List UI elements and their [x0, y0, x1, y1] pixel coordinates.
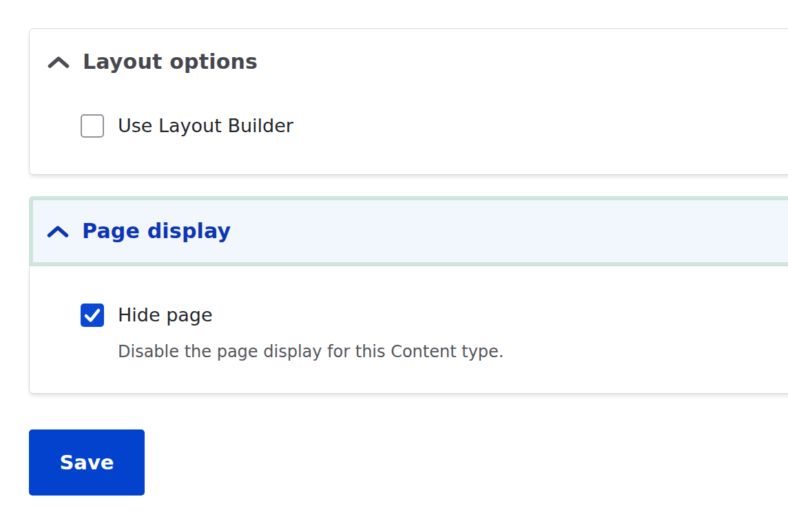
- settings-form: Layout options Use Layout Builder Page d…: [0, 0, 788, 496]
- save-button[interactable]: Save: [29, 429, 145, 496]
- layout-options-summary-toggle[interactable]: Layout options: [30, 29, 788, 78]
- page-display-summary-toggle[interactable]: Page display: [29, 196, 788, 266]
- checkmark-icon: [81, 304, 104, 327]
- section-layout-options: Layout options Use Layout Builder: [29, 28, 788, 175]
- hide-page-label[interactable]: Hide page: [118, 304, 213, 327]
- layout-options-content: Use Layout Builder: [30, 78, 788, 174]
- hide-page-checkbox[interactable]: [81, 304, 104, 327]
- use-layout-builder-label[interactable]: Use Layout Builder: [118, 114, 293, 138]
- hide-page-field: Hide page: [81, 304, 776, 327]
- section-title-page-display: Page display: [82, 219, 231, 244]
- use-layout-builder-field: Use Layout Builder: [81, 114, 776, 138]
- hide-page-description: Disable the page display for this Conten…: [118, 341, 776, 362]
- section-page-display: Page display Hide page Disable the page …: [29, 196, 788, 394]
- chevron-up-icon: [47, 226, 69, 237]
- use-layout-builder-checkbox[interactable]: [81, 114, 104, 138]
- section-title-layout-options: Layout options: [83, 50, 258, 74]
- page-display-content: Hide page Disable the page display for t…: [29, 266, 788, 394]
- chevron-up-icon: [48, 56, 70, 68]
